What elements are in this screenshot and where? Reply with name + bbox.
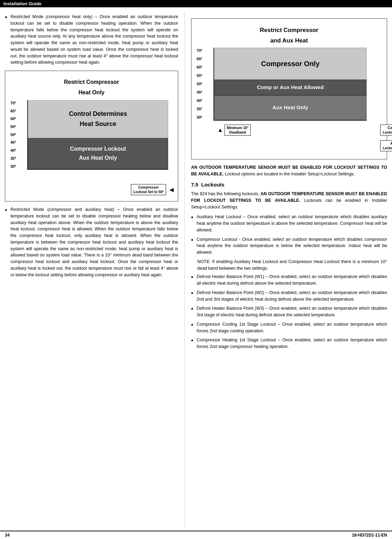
y-label-70: 70º (10, 100, 16, 106)
lockouts-bullet-list: • Auxiliary Heat Lockout – Once enabled,… (191, 214, 387, 350)
right-diagram-title2: and Aux Heat (194, 36, 384, 45)
right-chart: 30º 35º 40º 45º 50º 55º 60º 65º 70º (213, 48, 367, 121)
band-compressor-only: Compressor Only (214, 48, 367, 80)
lockout-dot-2: • (191, 237, 197, 256)
lockout-note: NOTE: If enabling Auxiliary Heat Lockout… (197, 259, 387, 272)
bullet-text-1: Restricted Mode (compressor heat only) –… (10, 14, 178, 66)
y-label-40: 40º (10, 148, 16, 153)
lockout-bullet-1: • Auxiliary Heat Lockout – Once enabled,… (191, 214, 387, 233)
y-label-50: 50º (10, 132, 16, 138)
right-column: Restrict Compressor and Aux Heat 30º 35º… (186, 11, 392, 527)
lockouts-heading: 7.5 Lockouts (191, 181, 387, 189)
ann3: Aux HeatLockout Set to 50º ◄ (380, 140, 392, 151)
header-label: Installation Guide (3, 1, 41, 6)
band-lockout-label2: Aux Heat Only (79, 154, 117, 162)
y-label-45: 45º (10, 140, 16, 145)
r-y-label-55: 55º (197, 73, 202, 79)
band-aux-only-label: Aux Heat Only (273, 104, 308, 112)
section-number: 7.5 (191, 182, 198, 188)
r-y-label-40: 40º (197, 98, 202, 104)
lockout-dot-4: • (191, 290, 197, 303)
r-y-label-65: 65º (197, 56, 202, 62)
r-y-label-35: 35º (197, 106, 202, 112)
lockout-text-2: Compressor Lockout - Once enabled, selec… (197, 236, 387, 256)
y-label-35: 35º (10, 156, 16, 161)
lockout-dot-1: • (191, 214, 197, 233)
header-bar: Installation Guide (0, 0, 392, 7)
ann1: ▲ Minimum 10°Deadband (218, 125, 251, 136)
lockout-text-7: Compressor Heating 1st Stage Lockout – O… (197, 337, 387, 350)
ann2-box: CompressorLockout Set to 40º (380, 125, 392, 136)
ann2: CompressorLockout Set to 40º ◄ (380, 125, 392, 136)
right-y-labels: 30º 35º 40º 45º 50º 55º 60º 65º 70º (197, 48, 202, 120)
ann3-box: Aux HeatLockout Set to 50º (380, 140, 392, 151)
main-content: • Restricted Mode (compressor heat only)… (0, 7, 392, 531)
left-diagram-title2: Heat Only (8, 88, 175, 97)
lockout-text-1: Auxiliary Heat Lockout – Once enabled, s… (197, 214, 387, 233)
band-aux-only: Aux Heat Only (214, 95, 367, 120)
band-control: Control Determines Heat Source (28, 100, 168, 138)
left-ann-arrow: ◄ (168, 184, 175, 195)
section-title: Lockouts (201, 182, 225, 188)
lockouts-intro: The 824 has the following lockouts. AN O… (191, 191, 387, 210)
band-control-label1: Control Determines (69, 109, 127, 119)
y-label-55: 55º (10, 124, 16, 130)
left-diagram-title1: Restrict Compressor (8, 78, 175, 86)
r-y-label-50: 50º (197, 81, 202, 87)
right-diagram: Restrict Compressor and Aux Heat 30º 35º… (191, 18, 387, 159)
lockout-bullet-6: • Compressor Cooling 1st Stage Lockout –… (191, 321, 387, 334)
lockout-text-3: Defrost Heater Balance Point (W1) – Once… (197, 274, 387, 287)
lockout-text-5: Defrost Heater Balance Point (W3) – Once… (197, 305, 387, 318)
left-chart: 30º 35º 40º 45º 50º 55º 60º 65º 70º (27, 100, 168, 170)
sensor-note-rest: Lockout options are located in the Insta… (224, 172, 355, 176)
band-compressor-only-label: Compressor Only (261, 58, 320, 69)
lockout-bullet-5: • Defrost Heater Balance Point (W3) – On… (191, 305, 387, 318)
y-label-30: 30º (10, 164, 16, 169)
page: Installation Guide • Restricted Mode (co… (0, 0, 392, 539)
band-lockout-label1: Compressor Lockout (70, 145, 126, 153)
lockout-text-4: Defrost Heater Balance Point (W2) – Once… (197, 290, 387, 303)
lockouts-intro1: The 824 has the following lockouts. (191, 191, 261, 196)
ann1-arrow: ▲ (218, 126, 223, 134)
r-y-label-70: 70º (197, 48, 202, 54)
lockout-dot-5: • (191, 306, 197, 318)
footer: 34 18-HD72D1-11-EN (0, 531, 392, 539)
band-comp-aux-label: Comp or Aux Heat Allowed (257, 84, 323, 92)
bullet-text-2: Restricted Mode (compressor and auxiliar… (10, 206, 178, 278)
band-control-label2: Heat Source (80, 119, 116, 129)
band-comp-aux: Comp or Aux Heat Allowed (214, 80, 367, 96)
left-y-labels: 30º 35º 40º 45º 50º 55º 60º 65º 70º (10, 100, 16, 169)
bullet-item-1: • Restricted Mode (compressor heat only)… (5, 14, 178, 66)
sensor-note-paragraph: AN OUTDOOR TEMPERATURE SENSOR MUST BE EN… (191, 164, 387, 177)
y-label-65: 65º (10, 108, 16, 114)
lockout-bullet-7: • Compressor Heating 1st Stage Lockout –… (191, 337, 387, 350)
bullet-dot-1: • (5, 14, 10, 66)
vertical-divider (185, 11, 185, 527)
ann1-box: Minimum 10°Deadband (225, 125, 251, 136)
r-y-label-45: 45º (197, 89, 202, 95)
r-y-label-30: 30º (197, 114, 202, 120)
lockout-bullet-4: • Defrost Heater Balance Point (W2) – On… (191, 290, 387, 303)
bullet-dot-2: • (5, 207, 10, 278)
footer-doc-number: 18-HD72D1-11-EN (352, 533, 387, 538)
band-lockout: Compressor Lockout Aux Heat Only (28, 138, 168, 169)
left-annotation: CompressorLockout Set to 50º ◄ (131, 184, 175, 195)
bullet-item-2: • Restricted Mode (compressor and auxili… (5, 206, 178, 278)
lockouts-section: 7.5 Lockouts The 824 has the following l… (191, 181, 387, 350)
lockout-dot-7: • (191, 337, 197, 350)
lockout-bullet-2: • Compressor Lockout - Once enabled, sel… (191, 236, 387, 256)
right-diagram-title1: Restrict Compressor (194, 26, 384, 35)
footer-page-number: 34 (5, 533, 9, 538)
lockout-bullet-3: • Defrost Heater Balance Point (W1) – On… (191, 274, 387, 287)
left-ann-box: CompressorLockout Set to 50º (131, 184, 166, 195)
y-label-60: 60º (10, 116, 16, 122)
left-column: • Restricted Mode (compressor heat only)… (0, 11, 183, 527)
lockout-text-6: Compressor Cooling 1st Stage Lockout – O… (197, 321, 387, 334)
lockout-dot-3: • (191, 274, 197, 287)
left-diagram: Restrict Compressor Heat Only 30º 35º 40… (5, 71, 178, 201)
r-y-label-60: 60º (197, 64, 202, 70)
lockout-dot-6: • (191, 322, 197, 334)
